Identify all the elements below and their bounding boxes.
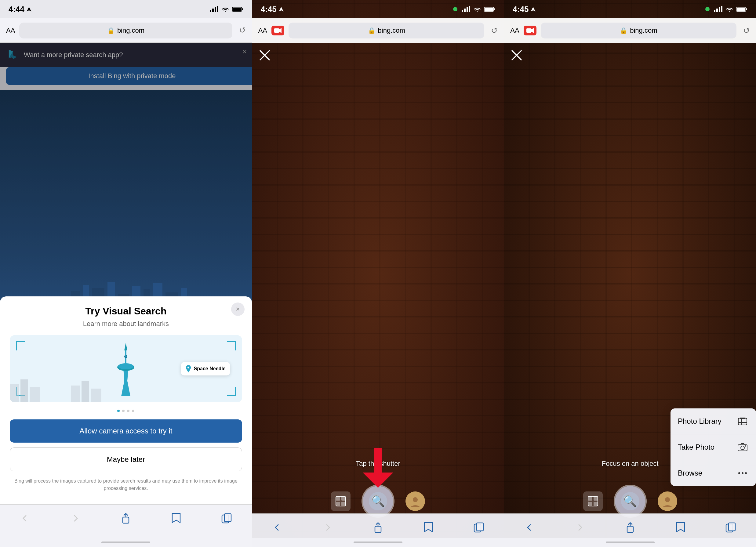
space-needle-svg [111, 341, 141, 396]
svg-rect-26 [71, 386, 80, 402]
forward-btn-1[interactable] [66, 509, 85, 527]
wifi-icon-2 [473, 6, 481, 12]
shutter-btn-2[interactable]: 🔍 [363, 486, 393, 516]
svg-rect-53 [477, 523, 483, 531]
svg-rect-47 [336, 502, 340, 506]
space-needle-container: Space Needle [10, 335, 242, 402]
tabs-btn-2[interactable] [470, 518, 488, 537]
space-needle-label: Space Needle [194, 366, 226, 371]
home-indicator-1 [0, 538, 252, 547]
svg-rect-25 [30, 387, 40, 402]
back-btn-1[interactable] [16, 509, 34, 527]
status-bar-3: 4:45 [504, 0, 756, 18]
panel-2: 4:45 AA [252, 0, 504, 547]
camera-recording-icon-3 [524, 26, 536, 35]
back-btn-3[interactable] [520, 518, 539, 537]
photo-library-icon [736, 415, 749, 427]
svg-rect-36 [469, 6, 470, 12]
context-menu-browse[interactable]: Browse [671, 460, 756, 486]
context-menu-take-photo[interactable]: Take Photo [671, 434, 756, 460]
bookmarks-btn-1[interactable] [167, 509, 185, 527]
svg-rect-61 [526, 28, 531, 33]
tabs-btn-3[interactable] [721, 518, 740, 537]
dot-4[interactable] [132, 410, 134, 412]
share-btn-3[interactable] [621, 518, 639, 537]
svg-marker-62 [531, 28, 534, 33]
svg-rect-45 [336, 496, 340, 501]
modal-overlay[interactable]: × Try Visual Search Learn more about lan… [0, 43, 252, 504]
url-bar-2[interactable]: 🔒 bing.com [289, 23, 484, 38]
modal-close-btn[interactable]: × [231, 302, 245, 316]
allow-camera-btn[interactable]: Allow camera access to try it [10, 419, 242, 443]
battery-icon-3 [736, 6, 747, 12]
browser-aa-3[interactable]: AA [510, 27, 519, 34]
share-btn-2[interactable] [369, 518, 387, 537]
gallery-icon [335, 496, 346, 507]
svg-rect-46 [341, 496, 346, 501]
carousel-dots [10, 410, 242, 412]
status-icons-2 [453, 6, 495, 12]
status-time-3: 4:45 [513, 5, 536, 14]
context-menu-photo-library[interactable]: Photo Library [671, 408, 756, 434]
reload-btn-1[interactable]: ↺ [239, 26, 246, 35]
avatar-btn-2[interactable] [405, 491, 425, 511]
wifi-icon [221, 6, 229, 12]
svg-rect-54 [714, 10, 715, 12]
camera-close-btn-2[interactable] [258, 49, 271, 64]
back-btn-2[interactable] [268, 518, 286, 537]
status-icons-1 [210, 6, 243, 12]
green-dot-3 [705, 7, 710, 11]
panel-3: 4:45 AA [504, 0, 756, 547]
tabs-btn-1[interactable] [217, 509, 236, 527]
svg-rect-81 [627, 526, 633, 532]
browser-aa-1[interactable]: AA [6, 27, 15, 34]
bottom-nav-1 [0, 504, 252, 538]
svg-rect-83 [729, 523, 735, 531]
avatar-icon-3 [660, 494, 674, 508]
status-bar-1: 4:44 [0, 0, 252, 18]
svg-rect-59 [746, 8, 747, 10]
lock-icon-2: 🔒 [368, 27, 376, 34]
svg-rect-40 [274, 28, 279, 33]
svg-rect-5 [242, 8, 243, 10]
avatar-btn-3[interactable] [658, 491, 677, 511]
svg-marker-21 [124, 343, 127, 350]
green-dot-2 [453, 7, 457, 11]
bookmarks-btn-2[interactable] [419, 518, 438, 537]
gallery-btn-2[interactable] [331, 491, 351, 511]
svg-point-79 [742, 472, 743, 474]
gallery-btn-3[interactable] [583, 491, 603, 511]
location-arrow-icon [26, 6, 32, 12]
url-bar-1[interactable]: 🔒 bing.com [19, 23, 232, 38]
forward-btn-3[interactable] [571, 518, 589, 537]
svg-rect-51 [375, 526, 381, 532]
url-bar-3[interactable]: 🔒 bing.com [541, 23, 736, 38]
lock-icon-1: 🔒 [107, 27, 115, 34]
svg-rect-72 [738, 418, 747, 425]
bookmarks-btn-3[interactable] [671, 518, 690, 537]
camera-close-btn-3[interactable] [510, 49, 523, 64]
browse-icon [736, 467, 749, 479]
photo-library-label: Photo Library [678, 417, 721, 426]
reload-btn-3[interactable]: ↺ [743, 26, 750, 35]
signal-icon-3 [714, 6, 722, 12]
svg-rect-34 [464, 9, 466, 12]
home-indicator-3 [504, 538, 756, 547]
forward-btn-2[interactable] [318, 518, 337, 537]
dot-3[interactable] [127, 410, 129, 412]
dot-2[interactable] [122, 410, 125, 412]
reload-btn-2[interactable]: ↺ [491, 26, 498, 35]
shutter-btn-3[interactable]: 🔍 [615, 486, 645, 516]
browse-label: Browse [678, 469, 702, 477]
svg-marker-41 [279, 28, 282, 33]
svg-rect-0 [210, 10, 211, 12]
close-x-icon-2 [258, 49, 271, 62]
svg-rect-1 [212, 9, 214, 12]
browser-aa-2[interactable]: AA [258, 27, 267, 34]
share-btn-1[interactable] [117, 509, 135, 527]
svg-rect-3 [217, 6, 218, 12]
status-time-1: 4:44 [9, 5, 32, 14]
dot-1[interactable] [117, 410, 120, 412]
svg-point-77 [745, 445, 746, 447]
maybe-later-btn[interactable]: Maybe later [10, 447, 242, 471]
